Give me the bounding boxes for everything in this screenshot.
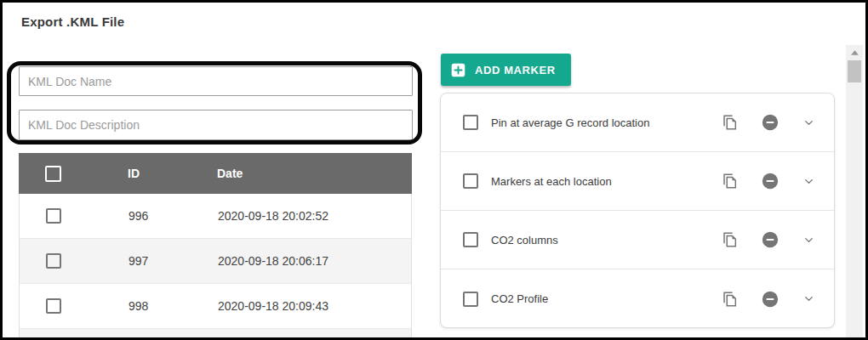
kml-doc-name-input[interactable] [19, 66, 413, 96]
plus-icon [451, 63, 465, 77]
add-marker-label: ADD MARKER [475, 64, 556, 76]
row-checkbox[interactable] [46, 298, 61, 314]
chevron-down-icon[interactable] [802, 116, 815, 129]
marker-checkbox[interactable] [463, 292, 478, 307]
marker-label: Markers at each location [491, 175, 612, 188]
record-id: 997 [88, 254, 177, 268]
minus-circle-icon[interactable] [761, 113, 779, 132]
table-row: 997 2020-09-18 20:06:17 [20, 239, 411, 284]
record-date: 2020-09-18 20:06:17 [177, 254, 411, 268]
add-marker-button[interactable]: ADD MARKER [441, 54, 571, 86]
marker-item: Markers at each location [441, 152, 834, 211]
table-row: 996 2020-09-18 20:02:52 [20, 194, 411, 239]
record-id: 996 [88, 209, 177, 223]
kml-doc-description-input[interactable] [19, 110, 413, 140]
chevron-down-icon[interactable] [802, 175, 815, 188]
copy-icon[interactable] [720, 230, 739, 249]
copy-icon[interactable] [720, 290, 739, 309]
page-title: Export .KML File [21, 14, 124, 29]
export-kml-dialog: Export .KML File ID Date 996 2020-09-18 … [0, 0, 868, 340]
records-table: ID Date 996 2020-09-18 20:02:52 997 2020… [19, 153, 412, 338]
table-row-partial [20, 329, 411, 338]
column-header-date: Date [176, 167, 412, 180]
records-table-body: 996 2020-09-18 20:02:52 997 2020-09-18 2… [19, 194, 412, 338]
row-checkbox[interactable] [46, 208, 61, 224]
arrow-up-icon[interactable] [846, 45, 863, 60]
markers-list: Pin at average G record location [440, 93, 835, 328]
minus-circle-icon[interactable] [761, 172, 779, 190]
vertical-scrollbar[interactable] [846, 45, 863, 337]
marker-item: Pin at average G record location [441, 94, 834, 152]
marker-checkbox[interactable] [463, 115, 478, 130]
marker-checkbox[interactable] [463, 173, 478, 189]
marker-label: CO2 columns [491, 234, 558, 246]
marker-label: CO2 Profile [491, 292, 548, 305]
minus-circle-icon[interactable] [761, 290, 779, 309]
marker-label: Pin at average G record location [491, 116, 649, 129]
row-checkbox[interactable] [46, 253, 61, 269]
chevron-down-icon[interactable] [802, 234, 815, 246]
records-table-header: ID Date [19, 153, 412, 194]
marker-checkbox[interactable] [463, 232, 478, 247]
scrollbar-thumb[interactable] [848, 60, 861, 82]
minus-circle-icon[interactable] [761, 230, 779, 249]
record-date: 2020-09-18 20:02:52 [177, 209, 411, 223]
chevron-down-icon[interactable] [802, 292, 815, 305]
copy-icon[interactable] [720, 172, 739, 190]
copy-icon[interactable] [720, 113, 739, 132]
table-row: 998 2020-09-18 20:09:43 [20, 284, 411, 329]
record-id: 998 [88, 299, 177, 313]
marker-item: CO2 Profile [441, 269, 834, 328]
select-all-checkbox[interactable] [45, 166, 61, 182]
marker-item: CO2 columns [441, 211, 834, 269]
record-date: 2020-09-18 20:09:43 [177, 299, 411, 313]
column-header-id: ID [87, 167, 176, 180]
